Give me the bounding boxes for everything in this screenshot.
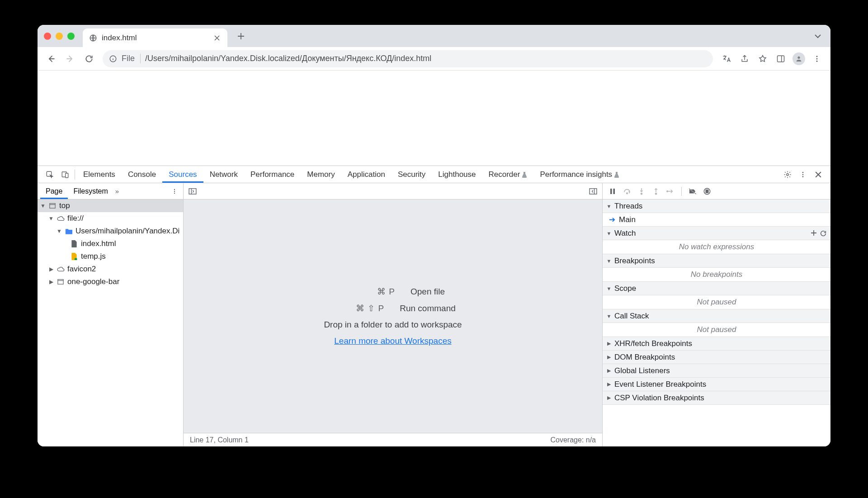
step-over-icon[interactable] [621, 185, 633, 198]
step-into-icon[interactable] [635, 185, 648, 198]
browser-tab[interactable]: index.html [83, 28, 227, 47]
tree-folder-label: Users/mihailpolanin/Yandex.Di [75, 227, 179, 236]
tree-top[interactable]: ▼ top [38, 199, 183, 212]
tab-elements[interactable]: Elements [77, 166, 122, 183]
js-file-icon [70, 252, 78, 261]
devtools-body: Page Filesystem » ▼ top ▼ [38, 183, 830, 446]
tab-lighthouse[interactable]: Lighthouse [432, 166, 482, 183]
navigator-menu-icon[interactable] [168, 185, 181, 198]
profile-avatar[interactable] [791, 51, 807, 67]
cursor-position: Line 17, Column 1 [190, 436, 249, 444]
bookmark-star-icon[interactable] [755, 51, 771, 67]
open-file-label: Open file [410, 287, 445, 297]
devtools-tabbar: Elements Console Sources Network Perform… [38, 166, 830, 183]
forward-button[interactable] [62, 51, 78, 67]
section-threads-label: Threads [614, 202, 642, 211]
tree-favicon2[interactable]: ▶ favicon2 [38, 263, 183, 275]
tab-security[interactable]: Security [392, 166, 432, 183]
browser-window: index.html File /Users/mihailpolanin/ [38, 25, 830, 446]
traffic-lights [44, 33, 75, 40]
svg-point-6 [816, 60, 818, 62]
site-info-icon[interactable] [109, 55, 117, 63]
reload-button[interactable] [81, 51, 97, 67]
tree-one-google-bar[interactable]: ▶ one-google-bar [38, 275, 183, 288]
tab-console[interactable]: Console [122, 166, 162, 183]
section-csp-breakpoints[interactable]: ▶ CSP Violation Breakpoints [603, 391, 830, 405]
tab-list-chevron-icon[interactable] [814, 34, 824, 38]
svg-point-10 [787, 173, 789, 175]
omnibox[interactable]: File /Users/mihailpolanin/Yandex.Disk.lo… [103, 50, 713, 67]
tab-sources[interactable]: Sources [162, 166, 203, 183]
section-csp-label: CSP Violation Breakpoints [614, 394, 704, 403]
section-dom-breakpoints[interactable]: ▶ DOM Breakpoints [603, 351, 830, 364]
section-call-stack[interactable]: ▼ Call Stack [603, 309, 830, 323]
section-watch[interactable]: ▼ Watch [603, 227, 830, 240]
tree-file-origin[interactable]: ▼ file:// [38, 212, 183, 225]
devtools-menu-icon[interactable] [795, 168, 811, 181]
tree-file-temp[interactable]: temp.js [38, 250, 183, 263]
tab-close-button[interactable] [213, 34, 221, 42]
svg-rect-2 [778, 56, 784, 62]
navigator-tab-filesystem[interactable]: Filesystem [68, 183, 113, 199]
toolbar-right-actions [718, 51, 825, 67]
pause-icon[interactable] [606, 185, 619, 198]
navigator-tabs: Page Filesystem » [38, 183, 183, 199]
tab-performance-insights[interactable]: Performance insights [533, 166, 626, 183]
deactivate-breakpoints-icon[interactable] [686, 185, 699, 198]
section-breakpoints-label: Breakpoints [614, 256, 655, 266]
svg-rect-21 [590, 188, 597, 194]
section-threads[interactable]: ▼ Threads [603, 199, 830, 213]
svg-point-3 [797, 56, 800, 58]
window-maximize-button[interactable] [67, 33, 75, 40]
back-button[interactable] [43, 51, 59, 67]
browser-menu-icon[interactable] [809, 51, 825, 67]
window-minimize-button[interactable] [56, 33, 63, 40]
file-icon [70, 240, 78, 248]
toggle-navigator-icon[interactable] [186, 185, 199, 198]
new-tab-button[interactable] [233, 28, 249, 44]
breakpoints-empty: No breakpoints [603, 268, 830, 282]
file-tree: ▼ top ▼ file:// ▼ Users/mihailpolanin/Ya… [38, 199, 183, 446]
share-icon[interactable] [736, 51, 753, 67]
sources-editor-area: ⌘ P Open file ⌘ ⇧ P Run command Drop in … [184, 183, 603, 446]
thread-main[interactable]: ➔ Main [603, 213, 830, 227]
translate-icon[interactable] [718, 51, 735, 67]
toggle-debugger-icon[interactable] [587, 185, 599, 198]
section-global-label: Global Listeners [614, 366, 670, 375]
window-close-button[interactable] [44, 33, 51, 40]
call-stack-empty: Not paused [603, 323, 830, 337]
learn-workspaces-link[interactable]: Learn more about Workspaces [334, 336, 451, 346]
section-global-listeners[interactable]: ▶ Global Listeners [603, 364, 830, 378]
section-breakpoints[interactable]: ▼ Breakpoints [603, 254, 830, 268]
section-xhr-breakpoints[interactable]: ▶ XHR/fetch Breakpoints [603, 337, 830, 351]
device-toggle-icon[interactable] [57, 168, 73, 181]
section-event-listener-breakpoints[interactable]: ▶ Event Listener Breakpoints [603, 378, 830, 391]
svg-rect-30 [708, 190, 708, 192]
tree-favicon2-label: favicon2 [67, 265, 96, 274]
section-scope[interactable]: ▼ Scope [603, 282, 830, 295]
step-icon[interactable] [664, 185, 677, 198]
tree-file-origin-label: file:// [67, 214, 84, 223]
pause-on-exceptions-icon[interactable] [701, 185, 713, 198]
tab-memory[interactable]: Memory [301, 166, 341, 183]
devtools-settings-icon[interactable] [780, 168, 795, 181]
navigator-tabs-more-icon[interactable]: » [115, 187, 119, 195]
inspect-element-icon[interactable] [42, 168, 57, 181]
refresh-watch-icon[interactable] [820, 230, 827, 237]
tree-file-index[interactable]: index.html [38, 237, 183, 250]
step-out-icon[interactable] [650, 185, 662, 198]
tree-folder[interactable]: ▼ Users/mihailpolanin/Yandex.Di [38, 225, 183, 237]
url-scheme: File [122, 54, 141, 63]
chevron-down-icon: ▼ [48, 215, 54, 222]
tab-performance[interactable]: Performance [244, 166, 301, 183]
tab-recorder-label: Recorder [489, 170, 520, 179]
navigator-tab-page[interactable]: Page [40, 183, 68, 199]
tab-application[interactable]: Application [341, 166, 392, 183]
side-panel-icon[interactable] [773, 51, 789, 67]
tab-recorder[interactable]: Recorder [482, 166, 534, 183]
add-watch-icon[interactable] [811, 230, 817, 237]
devtools-close-icon[interactable] [811, 168, 826, 181]
section-evt-label: Event Listener Breakpoints [614, 380, 706, 389]
tab-network[interactable]: Network [203, 166, 244, 183]
flask-icon [614, 171, 619, 178]
